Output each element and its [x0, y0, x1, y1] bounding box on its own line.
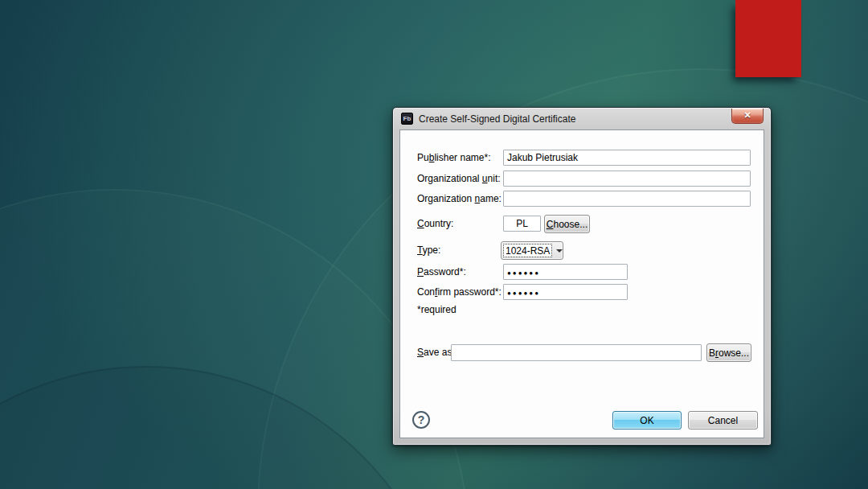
app-icon: Fb	[401, 113, 413, 125]
red-accent-rectangle	[735, 0, 801, 77]
confirm-password-label: Confirm password*:	[417, 286, 502, 298]
publisher-name-label: Publisher name*:	[417, 152, 491, 163]
save-as-label: Save as:	[417, 347, 455, 358]
help-icon: ?	[418, 413, 425, 426]
type-dropdown[interactable]: 1024-RSA	[501, 241, 563, 260]
country-label: Country:	[417, 218, 453, 229]
password-input[interactable]	[503, 264, 628, 280]
chevron-down-icon	[552, 242, 566, 259]
close-icon: ✕	[743, 110, 751, 120]
cancel-button[interactable]: Cancel	[688, 411, 758, 429]
password-label: Password*:	[417, 266, 466, 277]
confirm-password-input[interactable]	[503, 284, 628, 300]
certificate-dialog: Fb Create Self-Signed Digital Certificat…	[392, 107, 772, 446]
organizational-unit-input[interactable]	[503, 171, 751, 187]
dialog-title-bar[interactable]: Fb Create Self-Signed Digital Certificat…	[393, 108, 771, 129]
browse-button[interactable]: Browse...	[706, 343, 751, 362]
close-button[interactable]: ✕	[731, 109, 764, 124]
type-dropdown-value: 1024-RSA	[503, 244, 552, 257]
publisher-name-input[interactable]	[503, 150, 751, 166]
ok-button[interactable]: OK	[612, 411, 682, 429]
organization-name-input[interactable]	[503, 191, 751, 207]
organization-name-label: Organization name:	[417, 193, 502, 204]
choose-country-button[interactable]: Choose...	[544, 215, 590, 233]
required-note: *required	[417, 304, 457, 315]
dialog-title: Create Self-Signed Digital Certificate	[419, 113, 575, 125]
help-button[interactable]: ?	[412, 411, 430, 429]
country-input[interactable]	[503, 216, 541, 232]
dialog-content: Publisher name*: Organizational unit: Or…	[399, 129, 764, 438]
save-as-input[interactable]	[451, 344, 702, 361]
organizational-unit-label: Organizational unit:	[417, 173, 501, 184]
type-label: Type:	[417, 244, 440, 256]
